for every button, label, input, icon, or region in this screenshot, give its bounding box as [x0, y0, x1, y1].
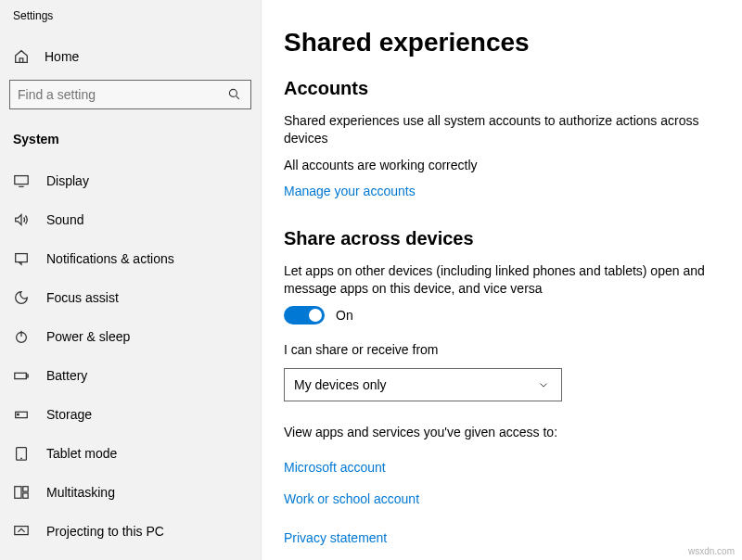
- home-icon: [13, 48, 30, 65]
- svg-point-0: [229, 89, 237, 96]
- nav-label: Multitasking: [46, 485, 115, 500]
- nav-label: Battery: [46, 368, 87, 383]
- svg-rect-7: [15, 373, 27, 378]
- share-toggle-label: On: [336, 308, 353, 323]
- nav-list: Display Sound Notifications & actions Fo…: [0, 161, 261, 551]
- svg-rect-2: [15, 176, 28, 185]
- sidebar-item-sound[interactable]: Sound: [0, 200, 261, 239]
- accounts-heading: Accounts: [284, 78, 714, 99]
- sidebar-item-multitasking[interactable]: Multitasking: [0, 473, 261, 512]
- search-box[interactable]: [9, 80, 251, 109]
- tablet-icon: [13, 445, 30, 462]
- sidebar-item-projecting[interactable]: Projecting to this PC: [0, 512, 261, 551]
- nav-label: Display: [46, 173, 89, 188]
- page-title: Shared experiences: [284, 28, 714, 57]
- receive-dropdown[interactable]: My devices only: [284, 368, 562, 401]
- watermark: wsxdn.com: [688, 546, 735, 556]
- sidebar-item-storage[interactable]: Storage: [0, 395, 261, 434]
- notifications-icon: [13, 250, 30, 267]
- search-input[interactable]: [18, 87, 226, 102]
- display-icon: [13, 172, 30, 189]
- sound-icon: [13, 211, 30, 228]
- home-label: Home: [45, 49, 79, 64]
- power-icon: [13, 328, 30, 345]
- sidebar-item-tablet-mode[interactable]: Tablet mode: [0, 434, 261, 473]
- nav-label: Power & sleep: [46, 329, 130, 344]
- svg-rect-8: [26, 375, 28, 377]
- sidebar: Settings Home System Display Sound Notif…: [0, 0, 262, 560]
- svg-rect-15: [23, 493, 28, 498]
- share-toggle-row: On: [284, 306, 714, 325]
- focus-assist-icon: [13, 289, 30, 306]
- share-desc: Let apps on other devices (including lin…: [284, 262, 714, 298]
- nav-label: Storage: [46, 407, 92, 422]
- share-heading: Share across devices: [284, 228, 714, 249]
- receive-label: I can share or receive from: [284, 341, 714, 359]
- nav-label: Notifications & actions: [46, 251, 174, 266]
- search-icon: [226, 86, 243, 103]
- svg-rect-16: [15, 527, 28, 535]
- projecting-icon: [13, 523, 30, 540]
- accounts-desc: Shared experiences use all system accoun…: [284, 112, 714, 147]
- work-school-account-link[interactable]: Work or school account: [284, 491, 419, 506]
- svg-line-1: [237, 96, 239, 99]
- home-button[interactable]: Home: [0, 41, 261, 72]
- manage-accounts-link[interactable]: Manage your accounts: [284, 184, 416, 198]
- multitasking-icon: [13, 484, 30, 501]
- sidebar-item-notifications[interactable]: Notifications & actions: [0, 239, 261, 278]
- nav-label: Focus assist: [46, 290, 119, 305]
- sidebar-item-focus-assist[interactable]: Focus assist: [0, 278, 261, 317]
- chevron-down-icon: [535, 376, 552, 393]
- dropdown-value: My devices only: [294, 377, 387, 392]
- view-apps-label: View apps and services you've given acce…: [284, 424, 714, 441]
- nav-label: Sound: [46, 212, 83, 227]
- privacy-statement-link[interactable]: Privacy statement: [284, 530, 387, 545]
- storage-icon: [13, 406, 30, 423]
- category-header: System: [0, 122, 261, 161]
- svg-rect-14: [23, 487, 28, 491]
- nav-label: Projecting to this PC: [46, 524, 164, 539]
- battery-icon: [13, 367, 30, 384]
- svg-rect-13: [15, 487, 21, 499]
- nav-label: Tablet mode: [46, 446, 117, 461]
- microsoft-account-link[interactable]: Microsoft account: [284, 460, 386, 475]
- sidebar-item-display[interactable]: Display: [0, 161, 261, 200]
- sidebar-item-power-sleep[interactable]: Power & sleep: [0, 317, 261, 356]
- main-content: Shared experiences Accounts Shared exper…: [262, 0, 742, 560]
- svg-point-10: [18, 414, 19, 415]
- accounts-status: All accounts are working correctly: [284, 157, 714, 174]
- app-title: Settings: [0, 9, 261, 41]
- share-toggle[interactable]: [284, 306, 325, 325]
- svg-rect-4: [16, 254, 28, 262]
- sidebar-item-battery[interactable]: Battery: [0, 356, 261, 395]
